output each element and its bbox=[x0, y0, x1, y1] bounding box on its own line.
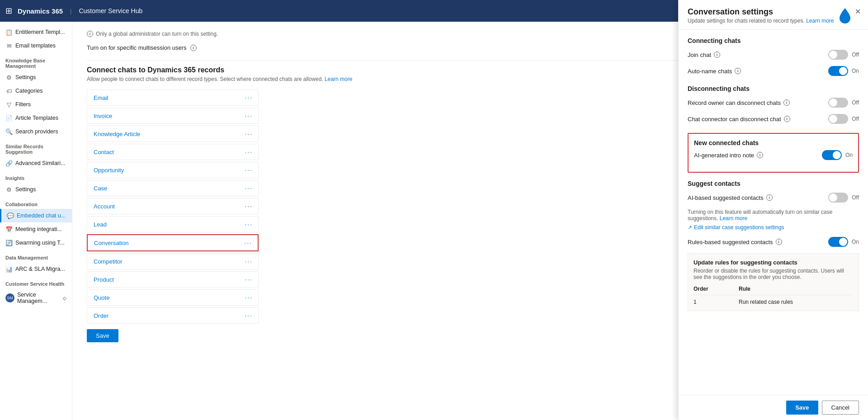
join-chat-toggle[interactable] bbox=[828, 50, 848, 60]
sidebar-item-embedded-chat[interactable]: 💬 Embedded chat u... bbox=[0, 209, 72, 222]
sidebar-item-label: Advanced Similari... bbox=[15, 160, 65, 166]
sidebar-item-label: Filters bbox=[15, 101, 31, 108]
panel-save-button[interactable]: Save bbox=[786, 401, 818, 415]
learn-more-link[interactable]: Learn more bbox=[325, 76, 352, 82]
chat-connector-slider bbox=[828, 114, 848, 124]
record-label-email[interactable]: Email bbox=[87, 90, 239, 105]
email-icon: ✉ bbox=[5, 42, 13, 49]
record-owner-row: Record owner can disconnect chats i Off bbox=[688, 98, 859, 108]
record-owner-info-icon[interactable]: i bbox=[783, 99, 790, 106]
join-chat-info-icon[interactable]: i bbox=[714, 52, 720, 58]
chat-connector-status: Off bbox=[852, 116, 859, 122]
sidebar-item-filters[interactable]: ▽ Filters bbox=[0, 98, 72, 111]
sidebar-item-label: Swarming using T... bbox=[15, 240, 65, 246]
sidebar-item-service-managem[interactable]: SM Service Managem... ◇ bbox=[0, 288, 72, 307]
auto-name-toggle[interactable] bbox=[828, 66, 848, 76]
multisession-info-icon[interactable]: i bbox=[190, 45, 197, 51]
section-desc-text: Allow people to connect chats to differe… bbox=[87, 76, 325, 82]
record-menu-competitor[interactable]: ··· bbox=[239, 254, 258, 269]
info-icon: i bbox=[87, 31, 93, 37]
record-label-conversation[interactable]: Conversation bbox=[88, 236, 239, 250]
record-label-quote[interactable]: Quote bbox=[87, 290, 239, 305]
categories-icon: 🏷 bbox=[5, 87, 13, 94]
sidebar-item-email-templates[interactable]: ✉ Email templates bbox=[0, 39, 72, 52]
swarming-icon: 🔄 bbox=[5, 239, 13, 246]
topbar-app-name: Customer Service Hub bbox=[79, 7, 142, 14]
save-button[interactable]: Save bbox=[87, 329, 118, 342]
record-label-competitor[interactable]: Competitor bbox=[87, 254, 239, 269]
sidebar-item-advanced-similari[interactable]: 🔗 Advanced Similari... bbox=[0, 156, 72, 170]
ai-intro-slider bbox=[822, 150, 842, 160]
chat-connector-toggle[interactable] bbox=[828, 114, 848, 124]
sidebar: 📋 Entitlement Templ... ✉ Email templates… bbox=[0, 22, 72, 420]
ai-based-info-icon[interactable]: i bbox=[766, 194, 773, 201]
ai-intro-info-icon[interactable]: i bbox=[757, 152, 763, 158]
ai-based-learn-more[interactable]: Learn more bbox=[720, 215, 747, 222]
sidebar-item-meeting-integrati[interactable]: 📅 Meeting integrati... bbox=[0, 222, 72, 236]
record-label-contact[interactable]: Contact bbox=[87, 145, 239, 160]
sidebar-item-label: Embedded chat u... bbox=[17, 212, 66, 219]
sidebar-item-insights-settings[interactable]: ⚙ Settings bbox=[0, 183, 72, 196]
record-label-product[interactable]: Product bbox=[87, 272, 239, 287]
edit-similar-case-link[interactable]: ↗ Edit similar case suggestions settings bbox=[688, 224, 859, 231]
record-menu-order[interactable]: ··· bbox=[239, 308, 258, 323]
record-owner-toggle[interactable] bbox=[828, 98, 848, 108]
panel-subtitle-link[interactable]: Learn more bbox=[806, 22, 834, 24]
rule-order-1: 1 bbox=[693, 299, 721, 305]
rule-name-1: Run related case rules bbox=[739, 299, 853, 305]
ai-based-toggle-right: Off bbox=[828, 193, 859, 203]
record-label-order[interactable]: Order bbox=[87, 308, 239, 323]
record-label-lead[interactable]: Lead bbox=[87, 217, 239, 232]
suggest-contacts-section: Suggest contacts AI-based suggested cont… bbox=[688, 180, 859, 311]
record-menu-case[interactable]: ··· bbox=[239, 180, 258, 196]
embedded-chat-icon: 💬 bbox=[7, 212, 14, 219]
record-label-account[interactable]: Account bbox=[87, 199, 239, 214]
sidebar-item-entitlement-templ[interactable]: 📋 Entitlement Templ... bbox=[0, 25, 72, 39]
panel-subtitle: Update settings for chats related to rec… bbox=[688, 22, 834, 24]
panel-body: Connecting chats Join chat i Off bbox=[679, 30, 868, 395]
sidebar-item-swarming[interactable]: 🔄 Swarming using T... bbox=[0, 236, 72, 250]
record-menu-knowledge-article[interactable]: ··· bbox=[239, 126, 258, 142]
rules-box-title: Update rules for suggesting contacts bbox=[693, 259, 853, 266]
sidebar-item-search-providers[interactable]: 🔍 Search providers bbox=[0, 125, 72, 138]
chat-connector-text: Chat connector can disconnect chat bbox=[688, 116, 781, 123]
ai-based-desc: Turning on this feature will automatical… bbox=[688, 209, 859, 222]
record-owner-toggle-right: Off bbox=[828, 98, 859, 108]
record-item-opportunity: Opportunity··· bbox=[87, 162, 259, 178]
record-label-knowledge-article[interactable]: Knowledge Article bbox=[87, 127, 239, 142]
auto-name-label: Auto-name chats i bbox=[688, 68, 741, 75]
rules-based-toggle[interactable] bbox=[828, 237, 848, 247]
ai-based-toggle[interactable] bbox=[828, 193, 848, 203]
grid-icon[interactable]: ⊞ bbox=[5, 6, 12, 16]
record-menu-product[interactable]: ··· bbox=[239, 272, 258, 287]
rules-based-label: Rules-based suggested contacts i bbox=[688, 239, 782, 245]
ai-intro-toggle[interactable] bbox=[822, 150, 842, 160]
record-menu-invoice[interactable]: ··· bbox=[239, 108, 258, 123]
record-item-invoice: Invoice··· bbox=[87, 108, 259, 124]
rules-based-info-icon[interactable]: i bbox=[776, 239, 782, 245]
record-menu-conversation[interactable]: ··· bbox=[239, 235, 258, 250]
record-menu-opportunity[interactable]: ··· bbox=[239, 162, 258, 178]
sidebar-item-arc-sla[interactable]: 📊 ARC & SLA Migra... bbox=[0, 262, 72, 276]
record-menu-account[interactable]: ··· bbox=[239, 198, 258, 214]
record-item-account: Account··· bbox=[87, 198, 259, 214]
record-menu-lead[interactable]: ··· bbox=[239, 217, 258, 232]
record-menu-quote[interactable]: ··· bbox=[239, 290, 258, 305]
ai-based-slider bbox=[828, 193, 848, 203]
record-label-opportunity[interactable]: Opportunity bbox=[87, 163, 239, 178]
record-menu-contact[interactable]: ··· bbox=[239, 144, 258, 160]
record-label-case[interactable]: Case bbox=[87, 181, 239, 196]
sidebar-item-categories[interactable]: 🏷 Categories bbox=[0, 84, 72, 98]
record-label-invoice[interactable]: Invoice bbox=[87, 109, 239, 123]
record-menu-email[interactable]: ··· bbox=[239, 90, 258, 105]
record-owner-text: Record owner can disconnect chats bbox=[688, 99, 781, 106]
ai-intro-status: On bbox=[845, 152, 853, 158]
join-chat-row: Join chat i Off bbox=[688, 50, 859, 60]
chat-connector-info-icon[interactable]: i bbox=[784, 116, 790, 122]
panel-cancel-button[interactable]: Cancel bbox=[822, 401, 859, 415]
sidebar-item-article-templates[interactable]: 📄 Article Templates bbox=[0, 111, 72, 125]
ai-based-status: Off bbox=[852, 194, 859, 201]
sidebar-item-kb-settings[interactable]: ⚙ Settings bbox=[0, 71, 72, 84]
auto-name-info-icon[interactable]: i bbox=[735, 68, 741, 74]
ai-based-desc-text: Turning on this feature will automatical… bbox=[688, 209, 832, 222]
